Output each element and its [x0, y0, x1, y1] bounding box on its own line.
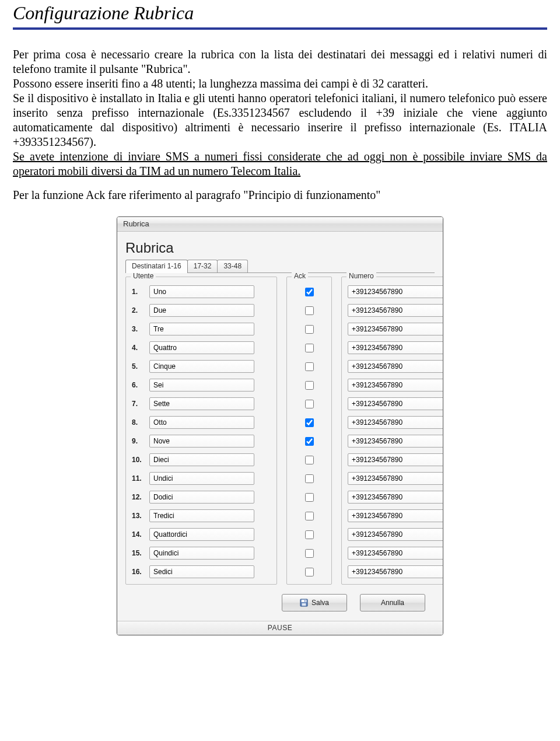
numero-input[interactable] — [348, 509, 443, 522]
numero-input[interactable] — [348, 547, 443, 560]
ack-checkbox[interactable] — [305, 344, 314, 352]
tabs: Destinatari 1-16 17-32 33-48 — [125, 260, 435, 272]
utente-input[interactable] — [149, 341, 254, 354]
doc-paragraph-4: Se avete intenzione di inviare SMS a num… — [13, 149, 547, 179]
numero-input[interactable] — [348, 360, 443, 373]
cancel-button[interactable]: Annulla — [360, 594, 425, 611]
ack-checkbox[interactable] — [305, 288, 314, 296]
doc-paragraph-5: Per la funzione Ack fare riferimento al … — [13, 188, 547, 202]
tab-destinatari-1-16[interactable]: Destinatari 1-16 — [125, 260, 188, 273]
utente-input[interactable] — [149, 323, 254, 335]
utente-input[interactable] — [149, 453, 254, 466]
fieldset-numero: Numero — [341, 277, 443, 585]
numero-cell — [348, 490, 443, 505]
ack-checkbox[interactable] — [305, 512, 314, 520]
svg-rect-1 — [302, 600, 307, 602]
numero-cell — [348, 396, 443, 411]
ack-checkbox[interactable] — [305, 493, 314, 502]
numero-input[interactable] — [348, 341, 443, 354]
ack-checkbox[interactable] — [305, 306, 314, 315]
numero-cell — [348, 415, 443, 430]
utente-input[interactable] — [149, 304, 254, 317]
utente-input[interactable] — [149, 379, 254, 392]
ack-cell — [293, 508, 326, 523]
status-bar: PAUSE — [117, 621, 443, 635]
ack-checkbox[interactable] — [305, 568, 314, 576]
utente-row: 8. — [132, 415, 271, 430]
utente-row: 10. — [132, 452, 271, 467]
utente-row: 2. — [132, 303, 271, 318]
tab-33-48[interactable]: 33-48 — [217, 260, 248, 272]
dialog-titlebar: Rubrica — [117, 217, 443, 232]
utente-row: 4. — [132, 340, 271, 355]
ack-cell — [293, 359, 326, 374]
utente-input[interactable] — [149, 565, 254, 578]
ack-cell — [293, 378, 326, 393]
utente-input[interactable] — [149, 528, 254, 541]
save-button[interactable]: Salva — [282, 594, 347, 611]
utente-row: 1. — [132, 284, 271, 299]
title-rule — [13, 27, 547, 30]
ack-cell — [293, 527, 326, 542]
utente-input[interactable] — [149, 472, 254, 485]
row-number: 8. — [132, 418, 146, 427]
utente-row: 9. — [132, 434, 271, 449]
numero-cell — [348, 434, 443, 449]
numero-input[interactable] — [348, 379, 443, 392]
numero-cell — [348, 378, 443, 393]
row-number: 11. — [132, 474, 146, 483]
utente-input[interactable] — [149, 491, 254, 504]
ack-cell — [293, 490, 326, 505]
row-number: 14. — [132, 530, 146, 539]
ack-checkbox[interactable] — [305, 474, 314, 483]
numero-input[interactable] — [348, 435, 443, 448]
ack-checkbox[interactable] — [305, 362, 314, 371]
rubrica-dialog: Rubrica Rubrica Destinatari 1-16 17-32 3… — [117, 216, 443, 635]
ack-checkbox[interactable] — [305, 549, 314, 558]
numero-cell — [348, 452, 443, 467]
numero-input[interactable] — [348, 304, 443, 317]
numero-cell — [348, 284, 443, 299]
utente-input[interactable] — [149, 397, 254, 410]
ack-checkbox[interactable] — [305, 400, 314, 408]
ack-checkbox[interactable] — [305, 418, 314, 427]
tab-17-32[interactable]: 17-32 — [187, 260, 218, 272]
numero-cell — [348, 321, 443, 337]
numero-input[interactable] — [348, 472, 443, 485]
numero-input[interactable] — [348, 285, 443, 298]
ack-checkbox[interactable] — [305, 381, 314, 390]
row-number: 10. — [132, 456, 146, 464]
utente-input[interactable] — [149, 435, 254, 448]
utente-input[interactable] — [149, 416, 254, 429]
row-number: 3. — [132, 325, 146, 333]
numero-input[interactable] — [348, 397, 443, 410]
numero-input[interactable] — [348, 565, 443, 578]
utente-input[interactable] — [149, 547, 254, 560]
numero-input[interactable] — [348, 416, 443, 429]
utente-input[interactable] — [149, 360, 254, 373]
numero-input[interactable] — [348, 453, 443, 466]
utente-input[interactable] — [149, 509, 254, 522]
row-number: 15. — [132, 549, 146, 557]
numero-input[interactable] — [348, 491, 443, 504]
svg-rect-2 — [302, 603, 306, 606]
ack-cell — [293, 303, 326, 318]
svg-rect-3 — [304, 600, 306, 602]
row-number: 1. — [132, 288, 146, 296]
row-number: 4. — [132, 344, 146, 352]
numero-input[interactable] — [348, 323, 443, 335]
cancel-button-label: Annulla — [381, 599, 404, 607]
numero-input[interactable] — [348, 528, 443, 541]
ack-checkbox[interactable] — [305, 437, 314, 446]
utente-row: 13. — [132, 508, 271, 523]
ack-cell — [293, 434, 326, 449]
floppy-icon — [300, 599, 308, 607]
ack-cell — [293, 340, 326, 355]
ack-checkbox[interactable] — [305, 325, 314, 334]
fieldset-utente: Utente 1.2.3.4.5.6.7.8.9.10.11.12.13.14.… — [125, 277, 277, 585]
numero-cell — [348, 527, 443, 542]
row-number: 13. — [132, 512, 146, 520]
ack-checkbox[interactable] — [305, 530, 314, 539]
utente-input[interactable] — [149, 285, 254, 298]
ack-checkbox[interactable] — [305, 456, 314, 464]
